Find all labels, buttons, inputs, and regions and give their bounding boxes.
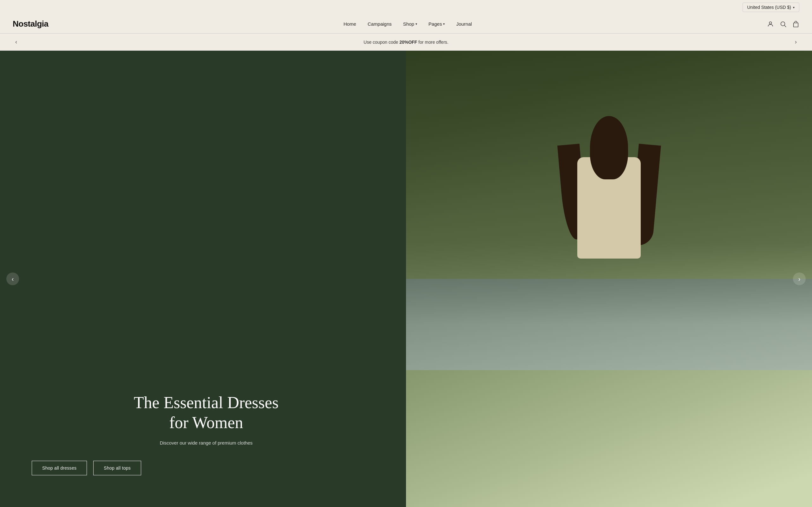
top-bar: United States (USD $) ▾ (0, 0, 812, 14)
logo[interactable]: Nostalgia (13, 19, 49, 29)
shop-tops-button[interactable]: Shop all tops (93, 461, 141, 475)
nav-item-journal[interactable]: Journal (456, 21, 472, 26)
person-figure (555, 119, 663, 507)
announcement-bar: ‹ Use coupon code 20%OFF for more offers… (0, 34, 812, 51)
header: Nostalgia Home Campaigns Shop ▾ Pages ▾ … (0, 14, 812, 34)
announcement-text: Use coupon code 20%OFF for more offers. (20, 40, 792, 45)
svg-point-0 (769, 21, 771, 24)
nav-item-campaigns[interactable]: Campaigns (368, 21, 392, 26)
user-svg (767, 20, 774, 27)
hero-photo (406, 51, 812, 507)
hero-title: The Essential Dressesfor Women (32, 393, 380, 433)
hero-subtitle: Discover our wide range of premium cloth… (32, 440, 380, 446)
cart-icon[interactable] (792, 20, 799, 27)
nav-item-home[interactable]: Home (344, 21, 356, 26)
hero-arrow-left[interactable]: ‹ (6, 273, 19, 285)
header-icons (767, 20, 799, 27)
announcement-prefix: Use coupon code (363, 40, 399, 45)
bag-svg (792, 20, 799, 27)
main-nav: Home Campaigns Shop ▾ Pages ▾ Journal (344, 21, 472, 26)
hero-buttons: Shop all dresses Shop all tops (32, 461, 380, 475)
shop-chevron: ▾ (415, 22, 417, 26)
search-icon[interactable] (780, 20, 786, 27)
announcement-next[interactable]: › (792, 38, 799, 47)
account-icon[interactable] (767, 20, 774, 27)
svg-line-2 (784, 25, 786, 27)
svg-point-1 (781, 21, 785, 26)
hero-right-panel (406, 51, 812, 507)
hero-left-panel: The Essential Dressesfor Women Discover … (0, 51, 406, 507)
currency-label: United States (USD $) (747, 5, 792, 10)
pages-chevron: ▾ (443, 22, 445, 26)
announcement-suffix: for more offers. (417, 40, 449, 45)
coupon-code: 20%OFF (399, 40, 417, 45)
nav-item-pages[interactable]: Pages ▾ (428, 21, 445, 26)
hair-top (590, 116, 628, 179)
hero-section: ‹ The Essential Dressesfor Women Discove… (0, 51, 812, 507)
shop-dresses-button[interactable]: Shop all dresses (32, 461, 87, 475)
nav-item-shop[interactable]: Shop ▾ (403, 21, 417, 26)
announcement-prev[interactable]: ‹ (13, 38, 20, 47)
search-svg (780, 20, 786, 27)
currency-selector[interactable]: United States (USD $) ▾ (743, 3, 800, 12)
currency-chevron: ▾ (793, 6, 795, 9)
hero-arrow-right[interactable]: › (793, 273, 806, 285)
svg-rect-3 (794, 23, 798, 27)
